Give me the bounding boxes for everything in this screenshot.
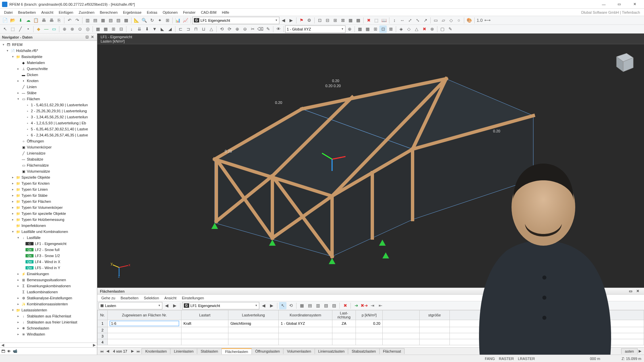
bp-close-icon[interactable]: ✕: [634, 289, 641, 293]
tree-item[interactable]: Stäbe: [27, 91, 37, 95]
tree-surface[interactable]: 3 - 1,34,45,56,25,92 | Lastverteilun: [31, 115, 88, 119]
print-icon[interactable]: 🖶: [40, 17, 47, 24]
copy-icon[interactable]: ⎘: [55, 17, 63, 24]
tree-item[interactable]: Einwirkungen: [27, 272, 49, 276]
bp-prev-icon[interactable]: ◀: [163, 302, 170, 309]
layout4-icon[interactable]: ▧: [107, 17, 114, 24]
bp-menu-sel[interactable]: Selektion: [141, 295, 162, 301]
table-row[interactable]: 4: [98, 339, 644, 345]
beam-icon[interactable]: —: [43, 25, 50, 33]
menu-zuordnen[interactable]: Zuordnen: [76, 10, 97, 15]
e1-icon[interactable]: ⊕: [61, 25, 68, 33]
col-blank[interactable]: [383, 310, 420, 320]
r5-icon[interactable]: ⊠: [387, 25, 394, 33]
bp-b2-icon[interactable]: ✖➜: [361, 302, 368, 309]
v1-icon[interactable]: 👁: [275, 25, 282, 33]
tree-group[interactable]: Typen für Stäbe: [21, 193, 48, 197]
s5-icon[interactable]: △: [208, 25, 215, 33]
menu-hilfe[interactable]: Hilfe: [219, 10, 232, 15]
layout1-icon[interactable]: ▥: [84, 17, 91, 24]
p1-icon[interactable]: ◈: [397, 25, 405, 33]
surf-icon[interactable]: ▭: [50, 25, 58, 33]
show1-icon[interactable]: ⊡: [316, 17, 323, 24]
refresh-icon[interactable]: ↻: [148, 17, 156, 24]
tab-flaechenlasten[interactable]: Flächenlasten: [221, 348, 252, 354]
tree-group[interactable]: Typen für Knoten: [21, 181, 50, 185]
open-icon[interactable]: 📂: [9, 17, 16, 24]
l1-icon[interactable]: ↓: [128, 25, 135, 33]
viewport[interactable]: LF1 - Eigengewicht Lasten [kN/m²]: [97, 34, 644, 288]
zoom-icon[interactable]: 🔍: [141, 17, 148, 24]
tree-group[interactable]: Typen für Linien: [21, 187, 48, 191]
tab-asten[interactable]: asten: [621, 348, 638, 354]
m2-icon[interactable]: ⟳: [226, 25, 233, 33]
grid-icon[interactable]: ⊞: [164, 17, 171, 24]
col-blank2[interactable]: [450, 310, 547, 320]
bp-del-icon[interactable]: ✖: [341, 302, 349, 309]
undo-icon[interactable]: ↶: [66, 17, 73, 24]
bp-a5-icon[interactable]: ▨: [330, 302, 338, 309]
close-panel-icon[interactable]: ✕: [90, 35, 95, 39]
menu-einfuegen[interactable]: Einfügen: [56, 10, 76, 15]
show6-icon[interactable]: ▩: [355, 17, 362, 24]
r4-icon[interactable]: ⊡: [379, 25, 387, 33]
tree-surface[interactable]: 5 - 6,35,46,57,30,62,51,40 | Lastve: [31, 127, 88, 131]
nav-tab-video-icon[interactable]: 📹: [13, 349, 17, 353]
pin-icon[interactable]: ⊡: [84, 35, 90, 39]
m5-icon[interactable]: ✂: [249, 25, 256, 33]
bp-sel-icon[interactable]: ↖: [279, 302, 286, 309]
tab-eislasten[interactable]: eislasten: [580, 348, 601, 354]
show3-icon[interactable]: ⊞: [331, 17, 339, 24]
t8-icon[interactable]: ◇: [447, 17, 455, 24]
new-icon[interactable]: 📄: [1, 17, 9, 24]
p4-icon[interactable]: ✖: [421, 25, 428, 33]
layout5-icon[interactable]: ▨: [115, 17, 122, 24]
tree-surface[interactable]: 1 - 5,40,51,62,29,90 | Lastverteilun: [31, 103, 88, 107]
p5-icon[interactable]: ⊗: [428, 25, 436, 33]
bp-lf-next-icon[interactable]: ▶: [268, 302, 275, 309]
col-verteilung[interactable]: Lastverteilung: [228, 310, 279, 320]
del-icon[interactable]: ✖: [365, 17, 372, 24]
minimize-button[interactable]: —: [596, 1, 611, 8]
flag-icon[interactable]: ⚑: [298, 17, 305, 24]
measure-icon[interactable]: 📐: [133, 17, 140, 24]
e3-icon[interactable]: ⊙: [76, 25, 84, 33]
t7-icon[interactable]: ▱: [440, 17, 447, 24]
bp-table[interactable]: Nr. Zugewiesen an Flächen Nr. Lastart La…: [97, 310, 644, 347]
cell-p[interactable]: 0.20: [356, 320, 383, 327]
tree-lfkomb[interactable]: Lastfälle und Kombinationen: [21, 230, 68, 234]
bp-b4-icon[interactable]: ⇤: [377, 302, 384, 309]
tree-item[interactable]: Kombinationsassistenten: [27, 302, 68, 306]
nav-tab-data-icon[interactable]: 🗔: [1, 349, 5, 353]
cs-add-icon[interactable]: ⊕: [346, 25, 353, 33]
tree-item[interactable]: Liniensätze: [27, 151, 46, 155]
col-groesse[interactable]: stgröße: [420, 310, 450, 320]
tree-item[interactable]: Schneelasten: [27, 326, 49, 330]
chart-icon[interactable]: 📊: [174, 17, 181, 24]
tree-basis[interactable]: Basisobjekte: [21, 55, 42, 59]
e6-icon[interactable]: ▩: [102, 25, 109, 33]
p3-icon[interactable]: △: [413, 25, 420, 33]
cell-cs[interactable]: 1 - Global XYZ: [279, 320, 332, 327]
tree-item[interactable]: Bemessungssituationen: [27, 278, 66, 282]
p2-icon[interactable]: ◇: [405, 25, 413, 33]
t1-icon[interactable]: ↕: [391, 17, 398, 24]
navigator-tree[interactable]: ▾🗔RFEM ▾📄Holzhalle.rf6* ▾📁Basisobjekte ◆…: [0, 41, 97, 343]
show2-icon[interactable]: ⊟: [324, 17, 331, 24]
tab-scroll-icon[interactable]: ▶: [637, 349, 643, 353]
r1-icon[interactable]: ▦: [356, 25, 364, 33]
cloud-icon[interactable]: ☁: [24, 17, 32, 24]
status-lraster[interactable]: LRASTER: [518, 357, 535, 361]
tree-lf[interactable]: LF5 - Wind in Y: [35, 266, 60, 270]
3d-canvas[interactable]: 0.20 0.20 0.20 0.20 0.20 0.20: [97, 44, 644, 288]
star-icon[interactable]: ✦: [156, 17, 163, 24]
tab-knotenlasten[interactable]: Knotenlasten: [142, 348, 170, 354]
tab-linienlasten[interactable]: Linienlasten: [170, 348, 197, 354]
save-icon[interactable]: ⬇: [17, 17, 24, 24]
s4-icon[interactable]: ⊔: [200, 25, 207, 33]
s2-icon[interactable]: ⊐: [184, 25, 192, 33]
l3-icon[interactable]: ⬇: [143, 25, 151, 33]
bp-menu-settings[interactable]: Einstellungen: [179, 295, 207, 301]
w2-icon[interactable]: ✎: [446, 25, 454, 33]
bp-menu-goto[interactable]: Gehe zu: [99, 295, 118, 301]
